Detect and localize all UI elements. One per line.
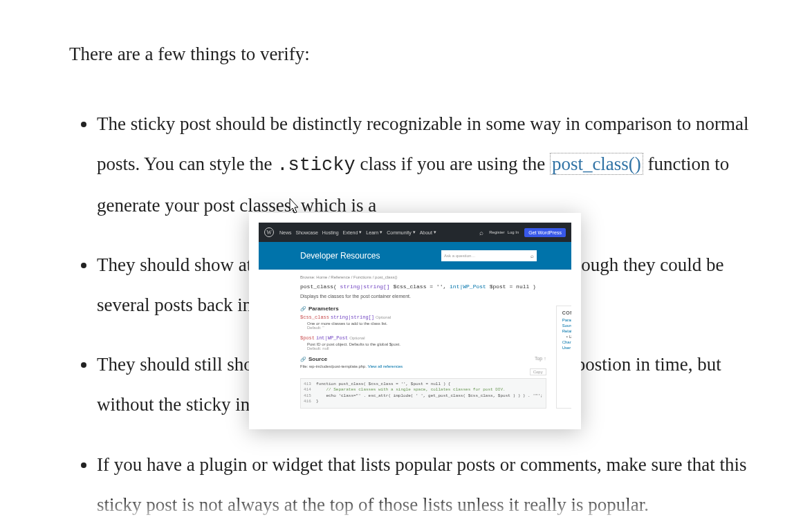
toc-link[interactable]: User Contributed Notes xyxy=(562,346,571,350)
sticky-class-code: .sticky xyxy=(277,155,355,176)
source-code-block: 413function post_class( $css_class = '',… xyxy=(300,378,546,409)
register-link[interactable]: Register xyxy=(489,230,504,234)
breadcrumb: Browse: Home / Reference / Functions / p… xyxy=(300,275,560,279)
list-item: If you have a plugin or widget that list… xyxy=(97,445,771,524)
nav-item-showcase[interactable]: Showcase xyxy=(296,230,318,235)
login-link[interactable]: Log In xyxy=(508,230,519,234)
toc-link[interactable]: • Uses xyxy=(562,335,571,339)
copy-button[interactable]: Copy xyxy=(530,368,546,375)
list-item: The sticky post should be distinctly rec… xyxy=(97,104,771,225)
top-link[interactable]: Top ↑ xyxy=(535,356,546,362)
nav-item-extend[interactable]: Extend▾ xyxy=(343,230,362,235)
intro-text: There are a few things to verify: xyxy=(69,39,771,69)
nav-item-news[interactable]: News xyxy=(279,230,292,235)
hero-search-input[interactable]: Ask a question…⌕ xyxy=(441,250,537,261)
chevron-down-icon: ▾ xyxy=(359,230,362,235)
get-wordpress-button[interactable]: Get WordPress xyxy=(524,228,566,237)
nav-item-about[interactable]: About▾ xyxy=(420,230,436,235)
li1-part-b: class if you are using the xyxy=(356,153,550,174)
toc-link[interactable]: Changelog xyxy=(562,340,571,344)
function-signature: post_class( string|string[] $css_class =… xyxy=(300,283,560,290)
nav-item-hosting[interactable]: Hosting xyxy=(322,230,339,235)
post-class-link[interactable]: post_class() xyxy=(550,153,643,175)
hero-title: Developer Resources xyxy=(300,251,427,261)
wp-topbar: NewsShowcaseHostingExtend▾Learn▾Communit… xyxy=(259,223,571,242)
chevron-down-icon: ▾ xyxy=(380,230,382,235)
source-file: File: wp-includes/post-template.php. Vie… xyxy=(300,364,546,368)
nav-item-community[interactable]: Community▾ xyxy=(387,230,415,235)
chevron-down-icon: ▾ xyxy=(434,230,436,235)
param-post: $post int|WP_Post Optional Post ID or po… xyxy=(300,335,546,350)
link-preview-popup: NewsShowcaseHostingExtend▾Learn▾Communit… xyxy=(249,213,581,429)
wordpress-logo-icon xyxy=(264,227,274,237)
view-references-link[interactable]: View all references xyxy=(368,364,403,368)
chevron-down-icon: ▾ xyxy=(413,230,416,235)
hero-bar: Developer Resources Ask a question…⌕ xyxy=(259,242,571,270)
contents-sidebar: CONTENTS ParametersSourceRelated• UsesCh… xyxy=(556,306,571,409)
toc-link[interactable]: Parameters xyxy=(562,318,571,322)
param-css-class: $css_class string|string[] Optional One … xyxy=(300,315,546,330)
anchor-icon: 🔗 xyxy=(300,357,306,362)
toc-link[interactable]: Related xyxy=(562,329,571,333)
nav-item-learn[interactable]: Learn▾ xyxy=(366,230,382,235)
anchor-icon: 🔗 xyxy=(300,306,306,312)
parameters-heading: 🔗Parameters xyxy=(300,306,546,312)
function-description: Displays the classes for the post contai… xyxy=(300,294,560,299)
toc-link[interactable]: Source xyxy=(562,324,571,328)
search-icon: ⌕ xyxy=(530,253,534,259)
source-heading: Source xyxy=(308,356,327,362)
search-icon[interactable]: ⌕ xyxy=(479,229,483,236)
